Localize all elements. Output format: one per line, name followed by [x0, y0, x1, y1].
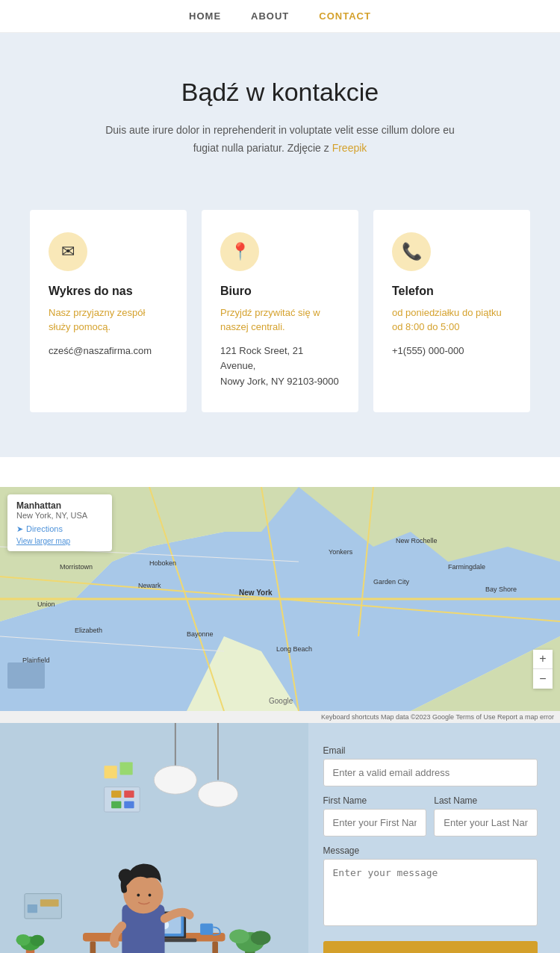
svg-rect-37 [124, 801, 134, 809]
message-label: Message [323, 845, 538, 856]
map-directions-button[interactable]: ➤ Directions [16, 524, 103, 534]
hero-section: Bądź w kontakcie Duis aute irure dolor i… [0, 33, 560, 195]
card-email: ✉ Wykres do nas Nasz przyjazny zespół sł… [30, 210, 187, 412]
submit-button[interactable]: ZAREZERWUJ [323, 941, 538, 953]
map-popup: Manhattan New York, NY, USA ➤ Directions… [7, 494, 112, 551]
svg-text:Bayonne: Bayonne [187, 630, 214, 638]
contact-form: Email First Name Last Name Message ZAREZ… [308, 723, 561, 953]
email-field-group: Email [323, 745, 538, 786]
svg-point-30 [154, 766, 196, 794]
last-name-input[interactable] [434, 809, 538, 836]
svg-point-32 [198, 781, 237, 807]
svg-point-43 [31, 935, 45, 946]
name-row: First Name Last Name [323, 795, 538, 845]
card-office-detail: 121 Rock Sreet, 21 Avenue,Nowy Jork, NY … [220, 344, 340, 390]
card-email-subtitle: Nasz przyjazny zespół służy pomocą. [49, 305, 168, 335]
svg-point-62 [149, 894, 152, 897]
svg-text:Farmingdale: Farmingdale [448, 563, 485, 571]
map-footer: Keyboard shortcuts Map data ©2023 Google… [0, 711, 560, 723]
svg-rect-39 [120, 762, 133, 774]
card-office-subtitle: Przyjdź przywitać się w naszej centrali. [220, 305, 340, 335]
map-popup-state: New York, NY, USA [16, 511, 103, 520]
hero-freepik-link[interactable]: Freepik [332, 142, 367, 154]
hero-title: Bądź w kontakcie [15, 78, 545, 107]
first-name-field-group: First Name [323, 795, 427, 836]
svg-point-60 [119, 869, 133, 883]
email-label: Email [323, 745, 538, 756]
cards-container: ✉ Wykres do nas Nasz przyjazny zespół sł… [30, 210, 530, 412]
navigation: HOME ABOUT CONTACT [0, 0, 560, 33]
last-name-label: Last Name [434, 795, 538, 806]
nav-about[interactable]: ABOUT [251, 10, 289, 22]
svg-point-42 [16, 934, 30, 946]
location-icon: 📍 [220, 232, 259, 271]
phone-icon: 📞 [392, 232, 431, 271]
svg-text:Morristown: Morristown [60, 563, 93, 571]
svg-text:Garden City: Garden City [373, 578, 410, 586]
message-field-group: Message [323, 845, 538, 929]
contact-form-section: Email First Name Last Name Message ZAREZ… [0, 723, 560, 953]
card-phone: 📞 Telefon od poniedziałku do piątku od 8… [373, 210, 530, 412]
contact-cards-section: ✉ Wykres do nas Nasz przyjazny zespół sł… [0, 195, 560, 457]
svg-text:Union: Union [37, 600, 55, 608]
svg-text:Bay Shore: Bay Shore [485, 586, 517, 593]
card-email-title: Wykres do nas [49, 285, 168, 298]
directions-arrow-icon: ➤ [16, 524, 23, 534]
map-street-view-thumbnail[interactable] [7, 662, 45, 689]
svg-rect-53 [200, 924, 213, 935]
map-zoom-in-button[interactable]: + [533, 650, 553, 669]
svg-rect-33 [105, 787, 140, 812]
map-container[interactable]: New York Newark Hoboken Morristown Yonke… [0, 487, 560, 711]
svg-point-68 [229, 929, 249, 943]
svg-text:New York: New York [239, 589, 273, 597]
map-zoom-out-button[interactable]: − [533, 669, 553, 689]
svg-rect-65 [40, 899, 59, 907]
svg-text:Yonkers: Yonkers [329, 548, 353, 556]
card-office-title: Biuro [220, 285, 340, 298]
svg-point-61 [137, 894, 140, 897]
svg-rect-34 [111, 790, 121, 798]
email-input[interactable] [323, 759, 538, 786]
svg-text:Long Beach: Long Beach [276, 645, 312, 653]
svg-point-69 [251, 931, 271, 945]
nav-contact[interactable]: CONTACT [319, 10, 371, 22]
map-view-larger-link[interactable]: View larger map [16, 537, 103, 545]
email-icon: ✉ [49, 232, 87, 271]
card-phone-title: Telefon [392, 285, 511, 298]
form-illustration-area [0, 723, 308, 953]
message-textarea[interactable] [323, 859, 538, 926]
svg-text:Google: Google [269, 697, 293, 705]
svg-text:Newark: Newark [138, 582, 161, 589]
svg-rect-47 [212, 941, 218, 953]
first-name-input[interactable] [323, 809, 427, 836]
svg-rect-36 [111, 801, 121, 809]
svg-text:Hoboken: Hoboken [149, 559, 176, 567]
card-phone-detail: +1(555) 000-000 [392, 344, 511, 359]
svg-text:New Rochelle: New Rochelle [396, 537, 438, 544]
map-section: New York Newark Hoboken Morristown Yonke… [0, 457, 560, 723]
card-email-detail: cześć@naszafirma.com [49, 344, 168, 359]
svg-rect-38 [105, 766, 117, 778]
svg-rect-35 [124, 790, 134, 798]
card-phone-subtitle: od poniedziałku do piątku od 8:00 do 5:0… [392, 305, 511, 335]
map-popup-city: Manhattan [16, 500, 103, 511]
svg-rect-46 [90, 941, 96, 953]
hero-body: Duis aute irure dolor in reprehenderit i… [93, 122, 467, 158]
map-zoom-controls: + − [533, 650, 553, 689]
last-name-field-group: Last Name [434, 795, 538, 836]
nav-home[interactable]: HOME [189, 10, 221, 22]
svg-text:Elizabeth: Elizabeth [75, 627, 102, 634]
first-name-label: First Name [323, 795, 427, 806]
card-office: 📍 Biuro Przyjdź przywitać się w naszej c… [202, 210, 358, 412]
svg-rect-64 [28, 904, 37, 913]
